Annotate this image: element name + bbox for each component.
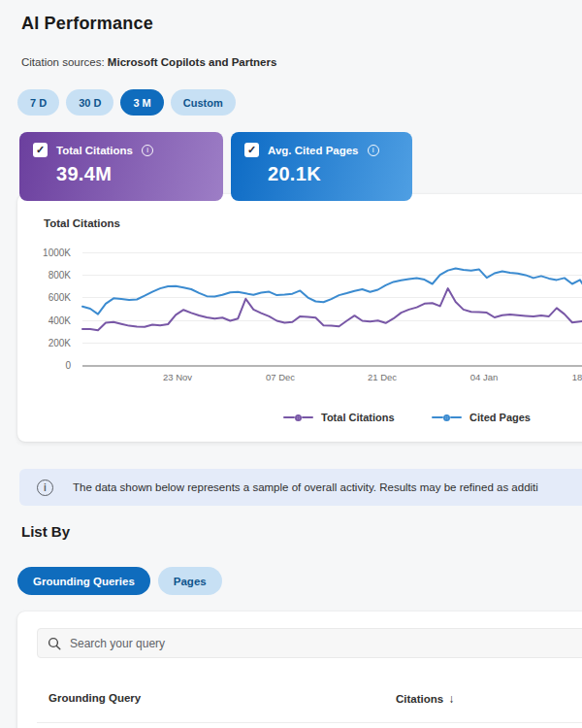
- legend-label: Cited Pages: [469, 412, 531, 423]
- avg-cited-pages-checkbox[interactable]: ✓: [244, 143, 259, 157]
- search-input[interactable]: [70, 637, 582, 650]
- citations-chart-panel: Total Citations 1000K 800K 600K 400K 200…: [17, 194, 582, 442]
- query-search-box[interactable]: [37, 628, 582, 658]
- y-tick-800k: 800K: [27, 270, 71, 281]
- citation-sources-line: Citation sources: Microsoft Copilots and…: [21, 56, 276, 68]
- x-tick-04jan: 04 Jan: [457, 372, 511, 382]
- y-tick-600k: 600K: [27, 292, 71, 303]
- info-icon[interactable]: i: [142, 145, 153, 156]
- y-tick-200k: 200K: [27, 338, 71, 348]
- list-by-title: List By: [21, 523, 70, 540]
- y-tick-400k: 400K: [27, 315, 71, 326]
- grounding-queries-panel: Grounding Query Citations↓: [17, 612, 582, 728]
- metric-card-total-citations[interactable]: ✓ Total Citations i 39.4M: [19, 132, 223, 201]
- time-filter-30d[interactable]: 30 D: [66, 89, 113, 116]
- tab-pages[interactable]: Pages: [158, 567, 222, 595]
- legend-marker-purple: [283, 414, 313, 421]
- x-tick-07dec: 07 Dec: [253, 372, 307, 382]
- legend-cited-pages[interactable]: Cited Pages: [432, 412, 531, 423]
- legend-label: Total Citations: [321, 412, 395, 423]
- legend-total-citations[interactable]: Total Citations: [283, 412, 395, 423]
- time-filter-3m[interactable]: 3 M: [120, 89, 163, 116]
- metric-card-avg-cited-pages[interactable]: ✓ Avg. Cited Pages i 20.1K: [231, 132, 412, 201]
- column-header-citations[interactable]: Citations↓: [396, 692, 454, 706]
- chart-title: Total Citations: [44, 217, 120, 229]
- legend-marker-blue: [432, 414, 462, 421]
- sample-data-info-banner: i The data shown below represents a samp…: [19, 469, 582, 506]
- search-icon: [48, 637, 61, 650]
- total-citations-checkbox[interactable]: ✓: [33, 143, 48, 157]
- time-filter-custom[interactable]: Custom: [171, 89, 236, 116]
- list-by-tabs: Grounding Queries Pages: [17, 567, 222, 595]
- x-tick-21dec: 21 Dec: [355, 372, 409, 382]
- column-header-grounding-query: Grounding Query: [48, 692, 141, 704]
- time-filter-7d[interactable]: 7 D: [17, 89, 59, 116]
- page-title: AI Performance: [21, 14, 153, 34]
- x-tick-23nov: 23 Nov: [150, 372, 205, 382]
- info-icon: i: [37, 480, 53, 496]
- total-citations-value: 39.4M: [56, 163, 210, 185]
- y-tick-1000k: 1000K: [27, 248, 71, 258]
- metric-card-label: Total Citations: [56, 145, 133, 156]
- metric-card-label: Avg. Cited Pages: [268, 145, 359, 156]
- ai-performance-page: AI Performance Citation sources: Microso…: [0, 0, 582, 728]
- time-range-filter: 7 D 30 D 3 M Custom: [17, 89, 236, 116]
- citations-line-chart: [82, 252, 582, 365]
- avg-cited-pages-value: 20.1K: [268, 163, 399, 185]
- citation-sources-label: Citation sources:: [21, 56, 105, 68]
- x-axis-line: [82, 365, 582, 367]
- citation-sources-value: Microsoft Copilots and Partners: [108, 56, 276, 68]
- banner-text: The data shown below represents a sample…: [73, 481, 538, 493]
- x-tick-18jan: 18 Jan: [559, 372, 582, 382]
- sort-desc-icon: ↓: [448, 692, 454, 706]
- y-tick-0: 0: [27, 360, 71, 371]
- tab-grounding-queries[interactable]: Grounding Queries: [17, 567, 150, 595]
- table-header-divider: [37, 722, 582, 723]
- info-icon[interactable]: i: [368, 145, 379, 156]
